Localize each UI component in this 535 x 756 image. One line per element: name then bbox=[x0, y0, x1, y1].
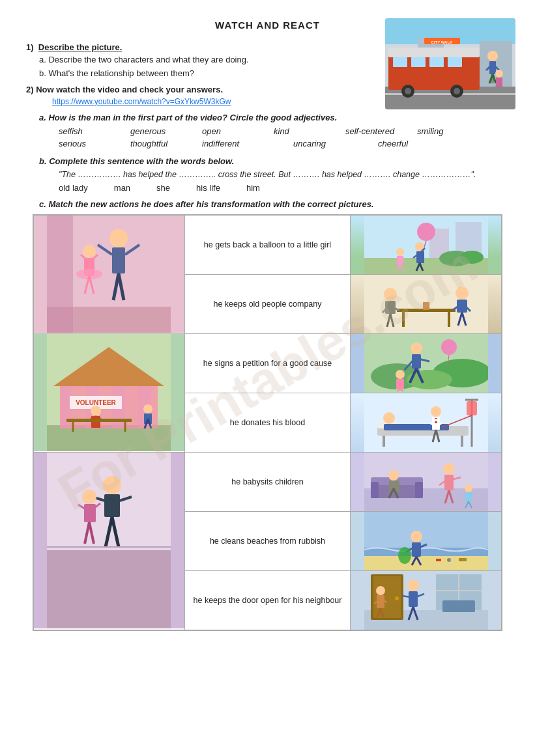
svg-point-75 bbox=[455, 287, 469, 300]
adj-open: open bbox=[202, 126, 254, 136]
svg-point-21 bbox=[487, 51, 498, 61]
svg-rect-178 bbox=[412, 542, 421, 557]
section-2a: a. How is the man in the first part of t… bbox=[39, 113, 509, 148]
svg-point-163 bbox=[443, 463, 455, 475]
match-table-wrapper: he gets back a balloon to a little girl bbox=[33, 214, 502, 631]
svg-point-59 bbox=[396, 248, 404, 256]
adj-kind: kind bbox=[274, 126, 326, 136]
action-4: he donates his blood bbox=[184, 393, 351, 453]
left-image-3 bbox=[34, 453, 184, 628]
right-scene-balloon bbox=[351, 216, 501, 274]
svg-rect-11 bbox=[411, 57, 426, 67]
svg-point-40 bbox=[83, 245, 96, 258]
svg-point-92 bbox=[91, 406, 101, 416]
action-7: he keeps the door open for his neighbour bbox=[184, 571, 351, 630]
svg-point-183 bbox=[398, 547, 411, 564]
svg-point-140 bbox=[103, 476, 121, 494]
word-she: she bbox=[156, 183, 170, 193]
svg-point-124 bbox=[383, 412, 395, 424]
svg-rect-170 bbox=[465, 492, 472, 501]
action-5: he babysits children bbox=[184, 453, 351, 512]
right-image-4 bbox=[351, 393, 502, 453]
right-scene-donate bbox=[351, 393, 501, 452]
word-man: man bbox=[114, 183, 130, 193]
right-scene-beach bbox=[351, 512, 501, 570]
svg-rect-13 bbox=[448, 57, 462, 67]
left-image-1 bbox=[34, 216, 184, 333]
fill-sentence: "The ……………. has helped the ………….. cross … bbox=[59, 170, 509, 179]
svg-point-185 bbox=[447, 558, 451, 562]
svg-rect-157 bbox=[371, 482, 379, 498]
svg-rect-197 bbox=[409, 591, 418, 607]
adj-generous: generous bbox=[130, 126, 182, 136]
svg-rect-184 bbox=[436, 559, 441, 561]
svg-rect-158 bbox=[415, 482, 423, 498]
svg-rect-128 bbox=[467, 401, 477, 415]
svg-point-64 bbox=[460, 251, 484, 264]
right-image-6 bbox=[351, 512, 502, 571]
svg-point-17 bbox=[454, 88, 460, 94]
svg-rect-138 bbox=[47, 550, 171, 628]
adj-uncaring: uncaring bbox=[293, 139, 358, 148]
svg-point-107 bbox=[441, 339, 457, 355]
svg-point-15 bbox=[405, 88, 411, 94]
svg-text:CITY WALK: CITY WALK bbox=[431, 40, 454, 44]
right-scene-sign bbox=[351, 334, 501, 393]
svg-point-109 bbox=[411, 343, 422, 354]
action-2: he keeps old people company bbox=[184, 275, 351, 334]
svg-rect-141 bbox=[104, 494, 120, 517]
svg-rect-96 bbox=[66, 419, 132, 422]
header-image: CITY WALK bbox=[385, 18, 515, 109]
left-image-2: VOLUNTEER bbox=[34, 334, 184, 451]
right-scene-old bbox=[351, 275, 501, 333]
action-3: he signs a petition for a good cause bbox=[184, 334, 351, 393]
svg-point-34 bbox=[109, 229, 128, 247]
section1-label: Describe the picture. bbox=[38, 42, 123, 52]
svg-rect-10 bbox=[393, 57, 407, 67]
svg-rect-176 bbox=[364, 556, 488, 570]
svg-point-99 bbox=[143, 404, 152, 413]
section2c-label: c. Match the new actions he does after h… bbox=[39, 199, 509, 209]
match-table: he gets back a balloon to a little girl bbox=[33, 215, 502, 630]
svg-point-196 bbox=[407, 580, 419, 591]
svg-point-27 bbox=[495, 70, 503, 77]
right-image-7 bbox=[351, 571, 502, 630]
svg-rect-35 bbox=[112, 247, 125, 273]
svg-point-130 bbox=[431, 406, 441, 417]
table-row: he gets back a balloon to a little girl bbox=[34, 216, 502, 275]
svg-rect-186 bbox=[459, 558, 467, 561]
right-image-3 bbox=[351, 334, 502, 393]
svg-rect-83 bbox=[47, 425, 171, 451]
adj-self-centered: self-centered bbox=[345, 126, 398, 136]
table-row: VOLUNTEER bbox=[34, 334, 502, 393]
table-row: he babysits children bbox=[34, 453, 502, 512]
svg-point-169 bbox=[465, 484, 472, 492]
right-image-2 bbox=[351, 275, 502, 334]
right-image-5 bbox=[351, 453, 502, 512]
section2b-label: b. Complete this sentence with the words… bbox=[39, 156, 509, 166]
svg-rect-12 bbox=[429, 57, 444, 67]
svg-point-159 bbox=[388, 470, 399, 481]
adj-thoughtful: thoughtful bbox=[130, 139, 182, 148]
svg-point-69 bbox=[384, 288, 397, 301]
adj-selfish: selfish bbox=[59, 126, 111, 136]
word-his-life: his life bbox=[196, 183, 220, 193]
adj-indifferent: indifferent bbox=[202, 139, 274, 148]
adj-serious: serious bbox=[59, 139, 111, 148]
svg-rect-147 bbox=[84, 504, 96, 522]
svg-point-115 bbox=[396, 370, 405, 379]
svg-point-146 bbox=[82, 490, 96, 504]
svg-rect-22 bbox=[489, 61, 496, 74]
svg-rect-164 bbox=[444, 475, 454, 490]
word-old-lady: old lady bbox=[59, 183, 88, 193]
svg-point-177 bbox=[411, 531, 422, 542]
action-1: he gets back a balloon to a little girl bbox=[184, 216, 351, 275]
right-scene-babysit bbox=[351, 453, 501, 511]
svg-point-202 bbox=[376, 586, 385, 595]
svg-text:VOLUNTEER: VOLUNTEER bbox=[76, 399, 116, 406]
word-him: him bbox=[246, 183, 260, 193]
section-2b: b. Complete this sentence with the words… bbox=[39, 156, 509, 193]
word-bank: old lady man she his life him bbox=[59, 183, 509, 193]
right-image-1 bbox=[351, 216, 502, 275]
adjectives-row-1: selfish generous open kind self-centered… bbox=[59, 126, 509, 136]
